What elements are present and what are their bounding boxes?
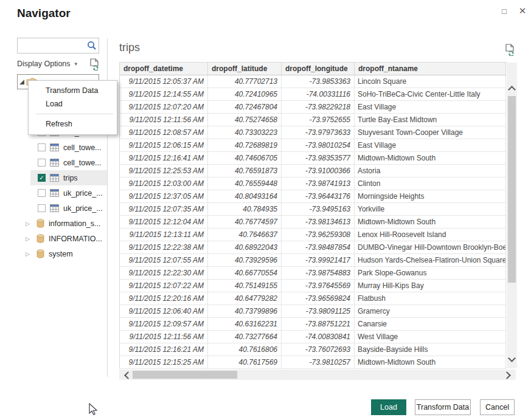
sidebar-item-label: information_s... [49, 219, 100, 228]
expand-collapse-icon[interactable]: ▷ [26, 251, 33, 257]
sidebar-item-system[interactable]: ▷system [17, 246, 107, 261]
column-header-dropoff_latitude[interactable]: dropoff_latitude [208, 63, 282, 75]
expand-collapse-icon[interactable]: ▷ [26, 221, 33, 227]
sidebar-item-label: trips [63, 174, 78, 182]
table-cell: 9/11/2015 12:09:57 AM [120, 318, 208, 331]
expand-collapse-icon[interactable] [19, 80, 24, 84]
sidebar-item-information-schema-upper[interactable]: ▷INFORMATIO... [17, 231, 107, 246]
scroll-up-icon[interactable] [508, 86, 516, 94]
table-cell: 40.75149155 [208, 280, 282, 292]
table-cell: -73.98487854 [282, 241, 355, 254]
table-cell: East Village [355, 101, 506, 114]
table-cell: 40.76559448 [208, 177, 282, 190]
table-cell: Murray Hill-Kips Bay [355, 280, 506, 292]
table-icon [50, 204, 59, 212]
table-cell: -73.88751221 [282, 318, 355, 331]
item-checkbox[interactable] [38, 189, 46, 197]
sidebar-item-cell-towers-2[interactable]: cell_towe... [17, 140, 107, 155]
table-cell: 40.80493164 [208, 190, 282, 203]
database-icon [36, 219, 44, 228]
item-checkbox[interactable] [38, 159, 46, 167]
table-cell: Midtown-Midtown South [355, 216, 506, 229]
menu-divider [36, 114, 113, 114]
sidebar-item-label: cell_towe... [63, 143, 102, 152]
column-header-dropoff_datetime[interactable]: dropoff_datetime [120, 63, 208, 75]
item-checkbox[interactable] [38, 204, 46, 212]
menu-item-load[interactable]: Load [29, 97, 117, 111]
load-button[interactable]: Load [371, 399, 406, 415]
table-row: 9/11/2015 12:14:55 AM40.72410965-74.0033… [120, 88, 507, 101]
table-row: 9/11/2015 12:09:57 AM40.63162231-73.8875… [120, 318, 507, 331]
expand-collapse-icon[interactable]: ▷ [26, 236, 33, 242]
table-cell: 9/11/2015 12:07:55 AM [120, 254, 208, 267]
table-row: 9/11/2015 12:03:00 AM40.76559448-73.9874… [120, 177, 507, 190]
scroll-left-icon[interactable] [124, 371, 132, 379]
table-cell: -73.91000366 [282, 165, 355, 177]
table-cell: -73.99921417 [282, 254, 355, 267]
table-cell: 9/11/2015 12:13:11 AM [120, 229, 208, 241]
context-menu: Transform DataLoadRefresh [28, 80, 117, 135]
preview-title: trips [119, 41, 140, 54]
refresh-preview-icon[interactable] [89, 58, 100, 71]
vertical-scrollbar-thumb[interactable] [508, 96, 516, 283]
table-cell: Gramercy [355, 305, 506, 318]
cancel-button[interactable]: Cancel [480, 399, 515, 415]
grid-header-row: dropoff_datetimedropoff_latitudedropoff_… [120, 63, 507, 75]
database-icon [36, 234, 44, 243]
table-cell: 9/11/2015 12:05:37 AM [120, 75, 208, 88]
sidebar-item-cell-towers-3[interactable]: cell_towe... [17, 155, 107, 170]
sidebar-item-uk-price-1[interactable]: uk_price_... [17, 185, 107, 201]
table-cell: -73.9853363 [282, 75, 355, 88]
scroll-down-icon[interactable] [508, 354, 516, 362]
table-row: 9/11/2015 12:16:41 AM40.74606705-73.9835… [120, 152, 507, 165]
table-cell: 40.784935 [208, 203, 282, 216]
table-cell: -73.9495163 [282, 203, 355, 216]
table-row: 9/11/2015 12:22:38 AM40.68922043-73.9848… [120, 241, 507, 254]
item-checkbox[interactable]: ✓ [38, 174, 46, 182]
table-cell: Astoria [355, 165, 506, 177]
table-row: 9/11/2015 12:11:56 AM40.75274658-73.9752… [120, 114, 507, 126]
mouse-cursor-icon [89, 403, 99, 416]
table-row: 9/11/2015 12:11:56 AM40.73277664-74.0083… [120, 331, 507, 343]
table-cell: 40.76774597 [208, 216, 282, 229]
table-cell: 40.77702713 [208, 75, 282, 88]
table-cell: Hudson Yards-Chelsea-Flatiron-Union Squa… [355, 254, 506, 267]
table-cell: Midtown-Midtown South [355, 152, 506, 165]
menu-item-refresh[interactable]: Refresh [29, 117, 117, 131]
sidebar-item-uk-price-2[interactable]: uk_price_... [17, 201, 107, 216]
item-checkbox[interactable] [38, 143, 46, 151]
search-input[interactable] [20, 40, 86, 52]
table-cell: 9/11/2015 12:25:53 AM [120, 165, 208, 177]
refresh-preview-icon[interactable] [504, 44, 515, 56]
vertical-scrollbar[interactable] [507, 63, 517, 368]
table-cell: Lenox Hill-Roosevelt Island [355, 229, 506, 241]
table-cell: -73.96259308 [282, 229, 355, 241]
table-cell: -73.9752655 [282, 114, 355, 126]
table-cell: 9/11/2015 12:16:41 AM [120, 152, 208, 165]
table-cell: 9/11/2015 12:07:35 AM [120, 203, 208, 216]
scroll-right-icon[interactable] [503, 371, 511, 379]
column-header-dropoff_ntaname[interactable]: dropoff_ntaname [355, 63, 506, 75]
sidebar-item-information-schema-lower[interactable]: ▷information_s... [17, 216, 107, 231]
table-cell: -73.9810257 [282, 356, 355, 369]
table-cell: -73.97645569 [282, 280, 355, 292]
horizontal-scrollbar-thumb[interactable] [133, 371, 237, 379]
table-cell: 9/11/2015 12:06:15 AM [120, 139, 208, 152]
table-row: 9/11/2015 12:15:25 AM40.7617569-73.98102… [120, 356, 507, 369]
table-cell: SoHo-TriBeCa-Civic Center-Little Italy [355, 88, 506, 101]
table-cell: 9/11/2015 12:22:30 AM [120, 267, 208, 280]
navigator-dialog: { "window": { "title": "Navigator", "max… [0, 0, 531, 420]
table-cell: -73.98229218 [282, 101, 355, 114]
close-button[interactable]: ✕ [516, 5, 529, 17]
table-row: 9/11/2015 12:07:35 AM40.784935-73.949516… [120, 203, 507, 216]
column-header-dropoff_longitude[interactable]: dropoff_longitude [282, 63, 355, 75]
horizontal-scrollbar[interactable] [119, 370, 516, 380]
transform-data-button[interactable]: Transform Data [415, 399, 471, 415]
table-row: 9/11/2015 12:07:20 AM40.72467804-73.9822… [120, 101, 507, 114]
table-cell: Flatbush [355, 292, 506, 305]
menu-item-transform-data[interactable]: Transform Data [29, 84, 117, 97]
maximize-button[interactable]: □ [498, 5, 511, 17]
display-options-dropdown[interactable]: Display Options ▾ [17, 60, 77, 68]
sidebar-item-trips[interactable]: ✓trips [17, 170, 107, 185]
search-box[interactable] [17, 38, 99, 53]
